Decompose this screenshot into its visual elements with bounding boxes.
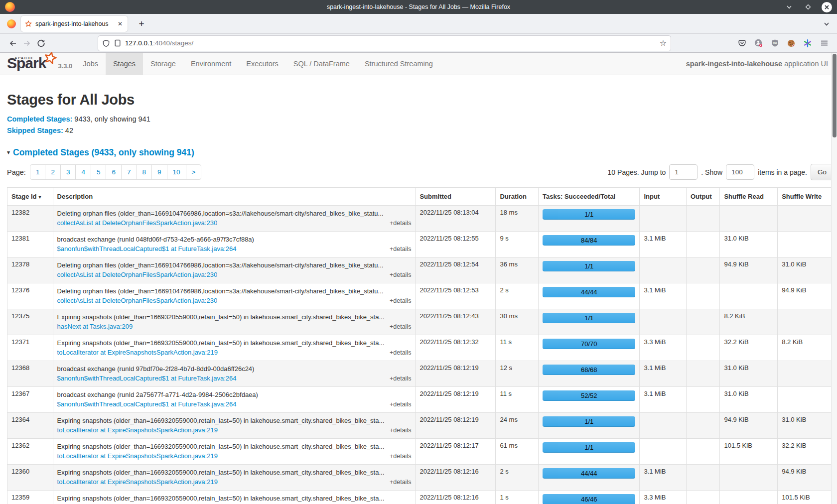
details-toggle[interactable]: +details [390,348,411,358]
stage-description: Deleting orphan files (older_than=166910… [57,209,412,218]
nav-link[interactable]: Stages [106,53,143,75]
window-minimize-icon[interactable] [784,1,795,12]
stage-detail-link[interactable]: $anonfun$withThreadLocalCaptured$1 at Fu… [57,399,237,409]
column-header-duration[interactable]: Duration [496,188,539,206]
details-toggle[interactable]: +details [390,322,411,332]
column-header-submitted[interactable]: Submitted [416,188,496,206]
details-toggle[interactable]: +details [390,426,411,435]
forward-button[interactable] [20,36,34,50]
completed-stages-section-toggle[interactable]: ▾Completed Stages (9433, only showing 94… [7,147,834,158]
page-button-5[interactable]: 5 [91,164,107,180]
tasks-cell: 1/1 [539,206,640,232]
menu-hamburger-icon[interactable] [817,36,831,50]
page-link[interactable]: 4 [75,164,91,180]
pocket-icon[interactable] [735,36,749,50]
column-header-tasks-succeeded-total[interactable]: Tasks: Succeeded/Total [539,188,640,206]
next-page-button[interactable]: > [186,164,202,180]
page-button-10[interactable]: 10 [167,164,186,180]
nav-item-structured-streaming[interactable]: Structured Streaming [357,53,440,75]
page-link[interactable]: 2 [45,164,61,180]
description-cell: broadcast exchange (runId 048fd06f-d753-… [53,232,416,257]
stage-detail-link[interactable]: hasNext at Tasks.java:209 [57,322,133,331]
tracking-shield-icon[interactable] [102,39,110,47]
stage-detail-link[interactable]: toLocalIterator at ExpireSnapshotsSparkA… [57,425,218,435]
nav-link[interactable]: Jobs [75,53,106,75]
page-link[interactable]: 10 [167,164,186,180]
page-link[interactable]: > [186,164,202,180]
column-header-description[interactable]: Description [53,188,416,206]
nav-item-executors[interactable]: Executors [239,53,285,75]
cookie-extension-icon[interactable] [784,36,798,50]
page-link[interactable]: 9 [151,164,167,180]
nav-link[interactable]: Environment [183,53,239,75]
stage-detail-link[interactable]: collectAsList at DeleteOrphanFilesSparkA… [57,296,218,305]
window-close-icon[interactable] [822,2,832,12]
bookmark-star-icon[interactable]: ☆ [660,38,667,48]
stage-detail-link[interactable]: toLocalIterator at ExpireSnapshotsSparkA… [57,477,218,487]
privacy-extension-icon[interactable] [751,36,765,50]
page-info-icon[interactable] [114,39,121,47]
page-button-6[interactable]: 6 [106,164,122,180]
stage-detail-link[interactable]: toLocalIterator at ExpireSnapshotsSparkA… [57,451,218,461]
page-button-2[interactable]: 2 [45,164,61,180]
new-tab-button[interactable]: + [135,18,148,29]
page-button-9[interactable]: 9 [152,164,167,180]
page-link[interactable]: 7 [121,164,137,180]
stage-detail-link[interactable]: collectAsList at DeleteOrphanFilesSparkA… [57,270,218,279]
nav-link[interactable]: SQL / DataFrame [286,53,357,75]
page-button-3[interactable]: 3 [61,164,76,180]
spark-logo[interactable]: APACHE Spark [7,54,54,73]
stage-detail-link[interactable]: $anonfun$withThreadLocalCaptured$1 at Fu… [57,374,237,383]
reload-button[interactable] [34,36,48,50]
column-header-shuffle-write[interactable]: Shuffle Write [778,188,834,206]
list-tabs-icon[interactable] [821,18,832,29]
column-header-stage-id[interactable]: Stage Id▾ [7,188,53,206]
nav-item-stages[interactable]: Stages [106,53,143,75]
back-button[interactable] [6,36,20,50]
stages-table-body: 12382Deleting orphan files (older_than=1… [7,206,834,504]
details-toggle[interactable]: +details [390,270,411,280]
details-toggle[interactable]: +details [390,219,411,228]
nav-link[interactable]: Storage [143,53,183,75]
details-toggle[interactable]: +details [390,374,411,383]
stage-detail-link[interactable]: toLocalIterator at ExpireSnapshotsSparkA… [57,348,218,357]
stage-detail-link[interactable]: $anonfun$withThreadLocalCaptured$1 at Fu… [57,244,237,253]
column-header-output[interactable]: Output [687,188,720,206]
window-maximize-icon[interactable] [803,1,814,12]
color-asterisk-extension-icon[interactable] [801,36,815,50]
nav-item-jobs[interactable]: Jobs [75,53,106,75]
page-button-1[interactable]: 1 [30,164,46,180]
details-toggle[interactable]: +details [390,245,411,254]
nav-link[interactable]: Structured Streaming [357,53,440,75]
column-header-input[interactable]: Input [640,188,687,206]
details-toggle[interactable]: +details [390,296,411,306]
page-link[interactable]: 5 [91,164,107,180]
browser-tab[interactable]: spark-ingest-into-lakehous ✕ [21,16,128,32]
go-button[interactable]: Go [811,164,834,180]
jump-to-page-input[interactable] [669,164,698,180]
vertical-scrollbar[interactable] [831,53,837,504]
url-bar[interactable]: 127.0.0.1:4040/stages/ ☆ [98,35,671,51]
nav-item-sql-dataframe[interactable]: SQL / DataFrame [286,53,357,75]
page-link[interactable]: 1 [30,164,46,180]
page-button-4[interactable]: 4 [76,164,91,180]
nav-item-storage[interactable]: Storage [143,53,183,75]
url-text[interactable]: 127.0.0.1:4040/stages/ [125,39,656,47]
nav-item-environment[interactable]: Environment [183,53,239,75]
items-per-page-input[interactable] [726,164,754,180]
details-toggle[interactable]: +details [390,478,411,487]
stage-detail-link[interactable]: collectAsList at DeleteOrphanFilesSparkA… [57,218,218,228]
page-link[interactable]: 8 [137,164,152,180]
page-link[interactable]: 3 [60,164,76,180]
tab-close-icon[interactable]: ✕ [117,20,124,27]
nav-link[interactable]: Executors [239,53,285,75]
details-toggle[interactable]: +details [390,400,411,409]
column-header-shuffle-read[interactable]: Shuffle Read [720,188,778,206]
details-toggle[interactable]: +details [390,452,411,461]
scrollbar-thumb[interactable] [833,54,837,137]
firefox-view-icon[interactable] [7,19,16,28]
page-button-7[interactable]: 7 [122,164,137,180]
ublock-origin-icon[interactable]: UO [768,36,782,50]
page-link[interactable]: 6 [106,164,122,180]
page-button-8[interactable]: 8 [137,164,152,180]
